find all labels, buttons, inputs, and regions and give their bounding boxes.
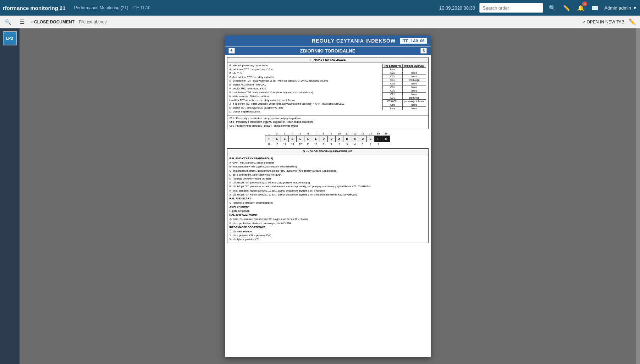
subheader-num-left: 6 — [228, 48, 235, 54]
idx-num: 13 — [289, 142, 297, 146]
idx-val: A — [336, 136, 343, 142]
section-f-header: F - NAPISY NA TABLICZCE — [227, 57, 428, 62]
main-area: LPB REGUŁY CZYTANIA INDEKSÓW ITE_LA0_06 … — [0, 28, 640, 364]
idx-num: 14 — [367, 131, 375, 136]
edit-button[interactable]: ✏️ — [562, 3, 572, 13]
list-item: 0 - zbiornik projektowy bez odbioru — [230, 64, 381, 68]
doc-subheader: 6 ZBIORNIKI TOROIDALNE 6 — [225, 46, 431, 55]
idx-num — [382, 142, 390, 146]
idx-val: V — [320, 136, 328, 142]
idx-num: 2 — [367, 142, 375, 146]
print-place-cell: produkcja — [403, 78, 426, 82]
doc-header: REGUŁY CZYTANIA INDEKSÓW ITE_LA0_06 — [225, 35, 431, 46]
index-grid-container: 1 2 3 4 5 6 7 8 9 10 11 12 13 14 — [227, 131, 429, 146]
print-place-cell: produkcja + biuro — [403, 100, 426, 103]
color-item: P - zb. tak jak "C", pakowane w karton +… — [230, 184, 426, 188]
idx-num: 6 — [304, 131, 312, 136]
passport-table-container: Typ paszportu miejsce wydruku brak- C21b… — [382, 64, 426, 114]
idx-val: E — [367, 136, 375, 142]
print-place-cell: biuro — [403, 86, 426, 89]
color-item: RAL 9005 CZARNY STANDARD (A) — [230, 156, 426, 161]
list-item: F - odbiór TUV, homologacja E20 — [230, 87, 381, 91]
open-new-tab-button[interactable]: ↗ OPEN IN NEW TAB — [582, 20, 624, 24]
passport-type-cell: C55 — [382, 82, 402, 86]
email-button[interactable]: ✉️ — [590, 3, 600, 13]
color-item: RAL 7035 SZARY — [230, 197, 426, 201]
admin-menu-button[interactable]: Admin admin ▼ — [604, 5, 637, 11]
idx-num: 12 — [351, 131, 359, 136]
idx-num: 15 — [273, 142, 281, 146]
passport-type-cell: C21 — [382, 71, 402, 75]
document-name: File.ext.abbrev — [79, 20, 107, 24]
menu-button[interactable]: ☰ — [17, 17, 27, 27]
table-row: C55biuro — [382, 103, 426, 107]
list-item: C - bez odbioru TDT i bez daty ważności — [230, 76, 381, 79]
color-item: .9006 SREBRNY — [230, 205, 426, 209]
close-document-label: CLOSE DOCUMENT — [34, 20, 75, 24]
breadcrumb2: ITE TLA0 — [132, 5, 150, 10]
idx-val: S — [281, 136, 289, 142]
lpb-button[interactable]: LPB — [3, 31, 17, 45]
passport-type-cell: C01 — [382, 75, 402, 78]
idx-num: 9 — [320, 142, 328, 146]
color-item: K - zb. z podkładem i kolorem czerwonym,… — [230, 221, 426, 225]
idx-num: 14 — [281, 142, 289, 146]
print-place-cell: produkcja — [403, 96, 426, 100]
print-place-cell: biuro — [403, 71, 426, 75]
document-viewer[interactable]: REGUŁY CZYTANIA INDEKSÓW ITE_LA0_06 6 ZB… — [20, 28, 636, 364]
idx-num: 7 — [312, 131, 320, 136]
table-row: C21biuro — [382, 93, 426, 96]
search-order-input[interactable] — [479, 3, 543, 13]
idx-num: 4 — [289, 131, 297, 136]
list-item: L - Odbiór Inspektora ASME — [230, 110, 381, 114]
passport-type-cell: C55+C01 — [382, 100, 402, 103]
passport-table: Typ paszportu miejsce wydruku brak- C21b… — [382, 64, 426, 110]
idx-num: 4 — [351, 142, 359, 146]
passport-type-cell: brak — [382, 68, 402, 71]
idx-num: 2 — [273, 131, 281, 136]
app-title: rformance monitoring 21 — [3, 5, 66, 11]
admin-label: Admin admin — [604, 5, 631, 11]
top-bar: rformance monitoring 21 Performance Moni… — [0, 0, 640, 16]
notification-button[interactable]: 🔔 0 — [576, 3, 586, 13]
footnote: C21 - Paszporty z protokołem i decyzją -… — [230, 117, 426, 121]
close-document-button[interactable]: ‹ CLOSE DOCUMENT — [31, 20, 75, 24]
list-item: A - odbiorem TDT i datą ważności 10 lat — [230, 68, 381, 72]
table-row: C01biuro — [382, 75, 426, 78]
idx-val-highlighted: G — [382, 136, 390, 142]
right-scrollbar[interactable] — [636, 28, 640, 364]
idx-num: 11 — [343, 131, 351, 136]
doc-main-title: REGUŁY CZYTANIA INDEKSÓW — [312, 38, 396, 44]
table-row: brak- — [382, 68, 426, 71]
index-numbers-bottom-row: 16 15 14 13 12 11 10 9 7 6 5 4 3 2 — [265, 142, 390, 146]
idx-num: 3 — [359, 142, 367, 146]
list-item: I - odbiór TDT na tabliczce, bez daty wa… — [230, 99, 381, 103]
idx-num: 12 — [297, 142, 304, 146]
passport-type-cell: C01 — [382, 86, 402, 89]
idx-val: S — [289, 136, 297, 142]
idx-val: C — [351, 136, 359, 142]
second-bar: 🔍 ☰ ‹ CLOSE DOCUMENT File.ext.abbrev ↗ O… — [0, 16, 640, 28]
color-item: Z - zb. niemalowane — [230, 230, 426, 233]
idx-val: L — [304, 136, 312, 142]
search-toggle-button[interactable]: 🔍 — [3, 17, 13, 27]
search-button[interactable]: 🔍 — [547, 3, 557, 13]
print-place-col: miejsce wydruku — [403, 64, 426, 68]
edit-doc-button[interactable]: ✏️ — [627, 17, 637, 27]
second-bar-right: ↗ OPEN IN NEW TAB ✏️ — [582, 17, 637, 27]
list-item: B - dla TUV — [230, 72, 381, 76]
footnote: C01 -Paszporty bez protokołu i decyzji -… — [230, 124, 426, 128]
list-item: H - data ważności 10 lat bez odbioru — [230, 95, 381, 99]
doc-subtitle: ZBIORNIKI TOROIDALNE — [300, 48, 355, 54]
color-item: J - butle, zb. walcowe holenderskie 90° … — [230, 217, 426, 221]
passport-type-cell: C55 — [382, 103, 402, 107]
idx-num: 1 — [265, 131, 273, 136]
chevron-down-icon: ▼ — [633, 5, 637, 11]
color-item: G - półpołysk (transport w kontenerach) — [230, 201, 426, 205]
table-row: C55+C01produkcja + biuro — [382, 100, 426, 103]
document-page: REGUŁY CZYTANIA INDEKSÓW ITE_LA0_06 6 ZB… — [225, 35, 431, 357]
passport-type-cell: C01 — [382, 96, 402, 100]
table-row: brakbiuro — [382, 107, 426, 110]
idx-num: 9 — [328, 131, 336, 136]
color-item: X - zb. tylko z powłoką KTL — [230, 237, 426, 241]
